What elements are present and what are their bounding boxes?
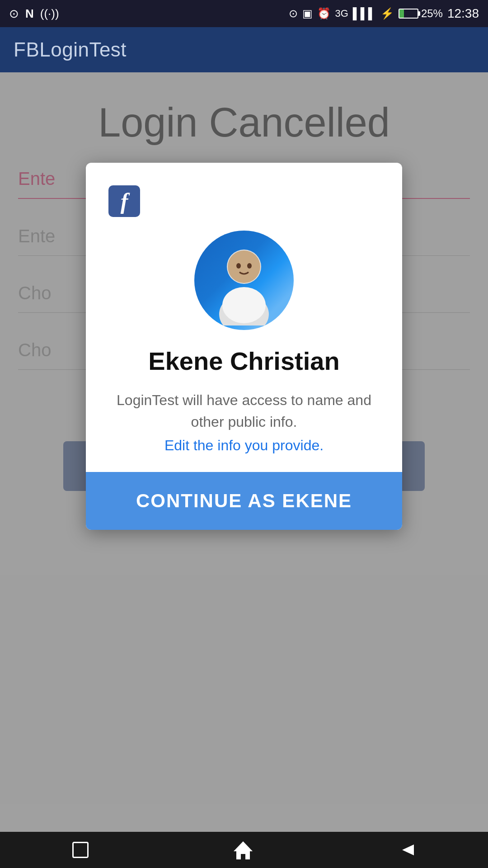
- svg-point-5: [247, 263, 252, 269]
- data-icon: 3G: [335, 8, 348, 19]
- svg-marker-6: [234, 841, 253, 859]
- whatsapp-icon: ⊙: [9, 7, 19, 21]
- facebook-logo-icon: f: [108, 185, 140, 217]
- recent-apps-icon: [72, 842, 89, 858]
- user-name-text: Ekene Christian: [148, 346, 339, 376]
- home-button[interactable]: [233, 840, 253, 860]
- time-display: 12:38: [447, 6, 479, 21]
- status-left-icons: ⊙ N ((·)): [9, 7, 59, 21]
- battery-indicator: 25%: [399, 7, 443, 20]
- back-icon: [398, 841, 416, 859]
- rotate-icon: ▣: [302, 7, 313, 20]
- permission-text: LoginTest will have access to name and o…: [108, 389, 380, 433]
- dialog-header: f: [108, 185, 380, 217]
- alarm-icon: ⏰: [317, 7, 331, 20]
- user-avatar: [194, 231, 294, 330]
- edit-info-link[interactable]: Edit the info you provide.: [164, 437, 324, 454]
- svg-marker-7: [402, 844, 414, 855]
- back-button[interactable]: [398, 841, 416, 859]
- battery-percent: 25%: [421, 7, 443, 20]
- facebook-login-dialog: f: [86, 163, 402, 530]
- svg-point-4: [236, 263, 241, 269]
- recent-apps-button[interactable]: [72, 842, 89, 858]
- svg-point-2: [222, 287, 266, 323]
- status-bar: ⊙ N ((·)) ⊙ ▣ ⏰ 3G ▌▌▌ ⚡ 25% 12:38: [0, 0, 488, 27]
- home-icon: [233, 840, 253, 860]
- navigation-bar: [0, 832, 488, 868]
- continue-as-user-button[interactable]: CONTINUE AS EKENE: [86, 472, 402, 530]
- location-icon: ⊙: [289, 7, 298, 20]
- app-title: FBLoginTest: [14, 38, 127, 61]
- signal-circles-icon: ((·)): [40, 7, 59, 21]
- bolt-icon: ⚡: [380, 7, 394, 20]
- signal-bars-icon: ▌▌▌: [353, 7, 376, 20]
- dialog-overlay: f: [0, 72, 488, 832]
- svg-point-3: [228, 250, 260, 283]
- status-right-icons: ⊙ ▣ ⏰ 3G ▌▌▌ ⚡ 25% 12:38: [289, 6, 479, 21]
- dialog-body: f: [86, 163, 402, 472]
- n-notification-icon: N: [25, 7, 34, 21]
- main-content: Login Cancelled OR f Continue with Faceb…: [0, 72, 488, 832]
- app-bar: FBLoginTest: [0, 27, 488, 72]
